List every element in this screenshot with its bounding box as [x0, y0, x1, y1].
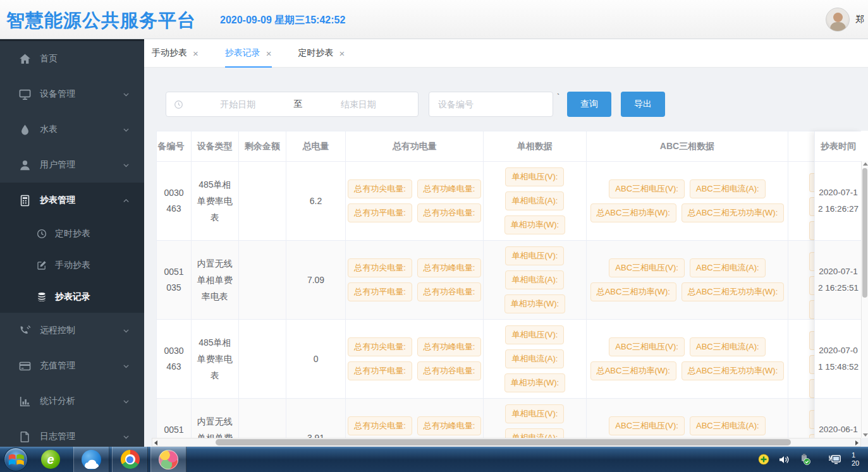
active-energy-tag: 总有功谷电量: — [417, 282, 482, 301]
usb-device-tray-icon[interactable] — [799, 454, 811, 465]
column-header-label: 备编号 — [157, 141, 184, 152]
scroll-left-arrow[interactable] — [154, 440, 157, 445]
active-energy-tag: 总有功峰电量: — [417, 416, 482, 435]
active-energy-tag: 总有功平电量: — [348, 361, 412, 380]
cell-total-energy: 0 — [286, 320, 346, 398]
scroll-right-arrow[interactable] — [855, 440, 859, 445]
network-tray-icon[interactable] — [828, 454, 841, 465]
clock-icon — [174, 100, 183, 109]
chevron-down-icon — [122, 126, 130, 134]
sidebar: 首页设备管理水表用户管理抄表管理定时抄表手动抄表抄表记录远程控制充值管理统计分析… — [0, 39, 144, 447]
sidebar-item-manual-reading[interactable]: 手动抄表 — [0, 250, 144, 281]
single-phase-tag: 单相电流(A): — [505, 349, 564, 368]
chevron-down-icon — [122, 90, 130, 99]
export-button[interactable]: 导出 — [621, 92, 665, 117]
user-icon — [19, 159, 31, 171]
active-energy-tag: 总有功平电量: — [348, 282, 412, 301]
records-table: 备编号设备类型剩余金额总电量总有功电量单相数据ABC三相数据 003046348… — [156, 131, 861, 438]
three-phase-tag: ABC三相电压(V): — [609, 337, 685, 356]
file-icon — [19, 431, 31, 443]
clock-date: 20 — [852, 459, 860, 468]
cell-total-energy: 3.91 — [286, 399, 346, 438]
sidebar-item-label: 远程控制 — [40, 325, 75, 336]
cell-three-phase: ABC三相电压(V):ABC三相电流(A):总ABC三相功率(W):总ABC三相… — [587, 241, 788, 319]
device-no-value: 0051033 — [157, 422, 191, 438]
column-header-three-phase: ABC三相数据 — [587, 131, 788, 161]
tab-scheduled-reading[interactable]: 定时抄表× — [298, 39, 345, 68]
cell-device-type: 485单相单费率电表 — [192, 320, 239, 398]
cell-balance — [239, 241, 286, 319]
cell-device-no: 0030463 — [157, 162, 192, 240]
cell-three-phase: ABC三相电压(V):ABC三相电流(A):总ABC三相功率(W):总ABC三相… — [587, 399, 788, 438]
horizontal-scroll-thumb[interactable] — [216, 439, 791, 445]
cell-single-phase: 单相电压(V):单相电流(A):单相功率(W): — [484, 320, 587, 398]
single-phase-row: 单相电流(A): — [484, 428, 586, 438]
date-range-picker[interactable]: 至 — [166, 92, 419, 117]
three-phase-tag: ABC三相电流(A): — [690, 179, 766, 198]
sidebar-group-meter-reading-management: 抄表管理定时抄表手动抄表抄表记录 — [0, 183, 144, 313]
single-phase-tag: 单相电压(V): — [505, 167, 564, 186]
horizontal-scrollbar[interactable] — [152, 438, 861, 447]
three-phase-tag: 总ABC三相功率(W): — [590, 203, 676, 222]
scroll-up-arrow[interactable] — [863, 162, 868, 166]
three-phase-tag: ABC三相电压(V): — [609, 258, 685, 277]
end-date-input[interactable] — [307, 99, 411, 109]
single-phase-row: 单相电压(V): — [484, 404, 586, 423]
sidebar-item-recharge-management[interactable]: 充值管理 — [0, 348, 144, 384]
qq-browser-icon — [82, 450, 101, 469]
tab-label: 抄表记录 — [225, 47, 260, 59]
table-row: 0030463485单相单费率电表0总有功尖电量:总有功峰电量:总有功平电量:总… — [157, 320, 860, 399]
tab-reading-records[interactable]: 抄表记录× — [225, 39, 272, 68]
query-button[interactable]: 查询 — [567, 92, 611, 117]
main-area: 手动抄表×抄表记录×定时抄表× 至 ` 查询 导出 备编号设备类型剩余金额总电量… — [144, 39, 868, 447]
sidebar-item-reading-records[interactable]: 抄表记录 — [0, 281, 144, 313]
photos-app-taskbar-button[interactable] — [150, 447, 186, 472]
three-phase-tag: ABC三相电流(A): — [690, 258, 766, 277]
single-phase-row: 单相功率(W): — [484, 373, 586, 392]
active-energy-tag: 总有功谷电量: — [417, 203, 482, 222]
start-button[interactable] — [4, 447, 28, 471]
sidebar-item-log-management[interactable]: 日志管理 — [0, 419, 144, 447]
sidebar-item-user-management[interactable]: 用户管理 — [0, 147, 144, 183]
chrome-icon — [121, 450, 140, 469]
database-icon — [37, 292, 47, 302]
qq-browser-taskbar-button[interactable] — [73, 447, 109, 472]
cell-active-energy: 总有功尖电量:总有功峰电量:总有功平电量:总有功谷电量: — [346, 399, 484, 438]
browser-360-taskbar-button[interactable]: e — [37, 447, 64, 472]
scroll-down-arrow[interactable] — [863, 433, 868, 437]
sidebar-item-meter-reading-management[interactable]: 抄表管理 — [0, 183, 144, 218]
cell-balance — [239, 162, 286, 240]
sidebar-item-label: 首页 — [40, 53, 58, 64]
user-menu[interactable]: 郑 — [826, 7, 868, 32]
start-date-input[interactable] — [186, 99, 290, 109]
sidebar-item-device-management[interactable]: 设备管理 — [0, 76, 144, 112]
sidebar-item-scheduled-reading[interactable]: 定时抄表 — [0, 218, 144, 250]
single-phase-tag: 单相功率(W): — [504, 215, 566, 234]
vertical-scroll-thumb[interactable] — [862, 168, 867, 298]
avatar[interactable] — [826, 8, 850, 32]
chrome-taskbar-button[interactable] — [112, 447, 148, 472]
close-icon[interactable]: × — [193, 48, 199, 59]
close-icon[interactable]: × — [339, 48, 345, 59]
sidebar-item-remote-control[interactable]: 远程控制 — [0, 313, 144, 348]
sidebar-item-statistics-analysis[interactable]: 统计分析 — [0, 384, 144, 419]
vertical-scrollbar[interactable] — [861, 161, 868, 438]
clock-time: 1 — [852, 451, 860, 459]
volume-tray-icon[interactable] — [778, 454, 790, 465]
active-energy-tag: 总有功峰电量: — [417, 337, 482, 356]
device-no-input[interactable] — [429, 92, 553, 117]
bar-chart-icon — [19, 396, 31, 408]
taskbar-clock[interactable]: 1 20 — [852, 451, 860, 468]
browser-360-icon: e — [41, 450, 60, 469]
table-header-row: 备编号设备类型剩余金额总电量总有功电量单相数据ABC三相数据 — [157, 131, 860, 162]
tab-manual-reading[interactable]: 手动抄表× — [152, 39, 199, 68]
antivirus-tray-icon[interactable] — [758, 454, 769, 465]
stray-mark: ` — [557, 92, 559, 102]
sidebar-item-water-meter[interactable]: 水表 — [0, 112, 144, 147]
active-energy-tag: 总有功尖电量: — [348, 337, 412, 356]
sidebar-item-home[interactable]: 首页 — [0, 41, 144, 76]
device-type-value: 内置无线单相单费率电表 — [192, 413, 238, 438]
cell-three-phase: ABC三相电压(V):ABC三相电流(A):总ABC三相功率(W):总ABC三相… — [587, 320, 788, 398]
close-icon[interactable]: × — [266, 48, 272, 59]
sidebar-item-label: 抄表记录 — [55, 291, 90, 303]
